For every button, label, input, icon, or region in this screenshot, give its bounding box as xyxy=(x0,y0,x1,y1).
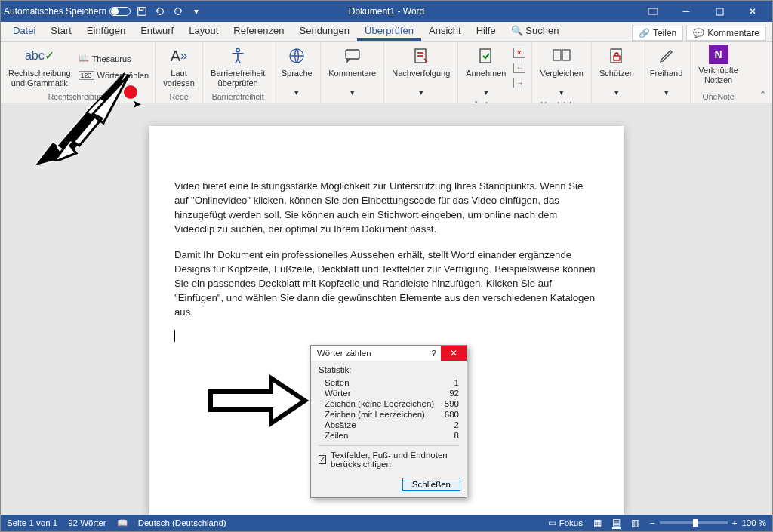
save-icon[interactable] xyxy=(135,5,149,18)
word-count-button[interactable]: 123Wörter zählen xyxy=(77,69,151,81)
svg-rect-6 xyxy=(346,50,359,59)
group-label: Rechtschreibung xyxy=(48,91,108,103)
tracking-icon xyxy=(409,45,433,67)
comment-icon xyxy=(340,45,365,67)
search-box[interactable]: 🔍 Suchen xyxy=(504,22,567,41)
language-button[interactable]: Sprache▾ xyxy=(278,43,316,99)
reject-button[interactable]: ✕ xyxy=(512,46,527,60)
status-bar: Seite 1 von 1 92 Wörter 📖 Deutsch (Deuts… xyxy=(1,515,772,531)
comments-dropdown-button[interactable]: Kommentare▾ xyxy=(325,43,379,99)
status-language[interactable]: Deutsch (Deutschland) xyxy=(138,518,226,527)
tab-datei[interactable]: Datei xyxy=(5,22,43,41)
svg-point-4 xyxy=(236,48,239,51)
undo-icon[interactable] xyxy=(153,5,167,18)
tab-sendungen[interactable]: Sendungen xyxy=(292,22,358,41)
document-title: Dokument1 - Word xyxy=(349,6,424,17)
group-label: OneNote xyxy=(703,91,735,103)
svg-rect-9 xyxy=(553,50,561,60)
close-icon[interactable]: ✕ xyxy=(736,1,769,22)
paragraph[interactable]: Damit Ihr Dokument ein professionelles A… xyxy=(174,248,599,320)
text-cursor xyxy=(174,330,599,342)
read-aloud-button[interactable]: A» Laut vorlesen xyxy=(160,43,198,91)
onenote-icon: N xyxy=(709,45,728,64)
compare-icon xyxy=(550,45,574,67)
count-icon: 123 xyxy=(79,71,94,80)
compare-button[interactable]: Vergleichen▾ xyxy=(537,43,587,99)
stat-row: Seiten1 xyxy=(319,377,459,388)
stat-row: Zeilen8 xyxy=(319,430,459,441)
prev-icon: ← xyxy=(513,63,525,73)
status-spellcheck-icon[interactable]: 📖 xyxy=(117,518,128,528)
dialog-title: Wörter zählen xyxy=(317,349,427,358)
tab-start[interactable]: Start xyxy=(43,22,79,41)
focus-mode-button[interactable]: ▭ Fokus xyxy=(548,518,583,528)
checkbox-checked-icon: ✓ xyxy=(319,455,326,464)
ink-button[interactable]: Freihand▾ xyxy=(647,43,685,99)
stat-row: Zeichen (mit Leerzeichen)680 xyxy=(319,409,459,420)
dialog-close-button[interactable]: Schließen xyxy=(402,478,460,491)
tab-einfuegen[interactable]: Einfügen xyxy=(79,22,133,41)
next-change-button[interactable]: → xyxy=(512,76,527,90)
previous-change-button[interactable]: ← xyxy=(512,61,527,75)
pen-icon xyxy=(654,45,679,67)
globe-icon xyxy=(285,45,309,67)
autosave-toggle[interactable]: Automatisches Speichern xyxy=(4,6,131,17)
stat-row: Zeichen (keine Leerzeichen)590 xyxy=(319,398,459,409)
collapse-ribbon-icon[interactable]: ⌃ xyxy=(759,90,766,100)
accessibility-button[interactable]: Barrierefreiheit überprüfen xyxy=(208,43,268,91)
annotation-small-cursor-icon: ➤ xyxy=(132,97,142,111)
spelling-grammar-button[interactable]: abc✓ Rechtschreibung und Grammatik xyxy=(5,43,74,91)
svg-rect-3 xyxy=(716,8,723,15)
accept-button[interactable]: Annehmen▾ xyxy=(463,43,509,99)
stat-row: Absätze2 xyxy=(319,420,459,430)
reject-icon: ✕ xyxy=(513,48,525,58)
minimize-icon[interactable]: ─ xyxy=(670,1,703,22)
zoom-slider[interactable]: − + 100 % xyxy=(650,518,766,527)
svg-rect-2 xyxy=(648,8,658,14)
view-print-icon[interactable]: ▤ xyxy=(612,517,621,529)
spelling-icon: abc✓ xyxy=(27,45,51,67)
view-web-icon[interactable]: ▥ xyxy=(631,518,639,528)
toggle-off-icon xyxy=(109,7,131,16)
tab-hilfe[interactable]: Hilfe xyxy=(469,22,504,41)
svg-rect-10 xyxy=(562,50,570,60)
linked-notes-button[interactable]: N Verknüpfte Notizen xyxy=(695,43,741,91)
accept-icon xyxy=(474,45,498,67)
tab-entwurf[interactable]: Entwurf xyxy=(133,22,181,41)
svg-rect-8 xyxy=(480,49,491,63)
ribbon-tabs: Datei Start Einfügen Entwurf Layout Refe… xyxy=(1,22,772,42)
status-page[interactable]: Seite 1 von 1 xyxy=(7,518,57,527)
paragraph[interactable]: Video bietet eine leistungsstarke Möglic… xyxy=(174,179,599,237)
qat-dropdown-icon[interactable]: ▾ xyxy=(189,5,203,18)
book-icon: 📖 xyxy=(79,54,89,63)
maximize-icon[interactable] xyxy=(703,1,736,22)
dialog-help-icon[interactable]: ? xyxy=(427,349,441,358)
thesaurus-button[interactable]: 📖Thesaurus xyxy=(77,52,151,65)
accessibility-icon xyxy=(226,45,250,67)
stat-row: Wörter92 xyxy=(319,388,459,398)
zoom-out-icon[interactable]: − xyxy=(650,518,655,527)
share-button[interactable]: 🔗 Teilen xyxy=(632,26,683,41)
zoom-in-icon[interactable]: + xyxy=(732,518,738,527)
tab-layout[interactable]: Layout xyxy=(181,22,226,41)
redo-icon[interactable] xyxy=(171,5,185,18)
group-label: Rede xyxy=(170,91,189,103)
tracking-button[interactable]: Nachverfolgung▾ xyxy=(389,43,453,99)
tab-referenzen[interactable]: Referenzen xyxy=(226,22,291,41)
tab-ansicht[interactable]: Ansicht xyxy=(421,22,469,41)
comments-button[interactable]: 💬 Kommentare xyxy=(686,26,766,41)
status-word-count[interactable]: 92 Wörter xyxy=(68,518,106,527)
tab-ueberpruefen[interactable]: Überprüfen xyxy=(357,22,421,41)
svg-rect-1 xyxy=(140,8,143,11)
ribbon-display-icon[interactable] xyxy=(636,1,670,22)
group-label: Barrierefreiheit xyxy=(212,91,264,103)
read-aloud-icon: A» xyxy=(167,45,191,67)
zoom-level[interactable]: 100 % xyxy=(741,518,766,527)
svg-rect-12 xyxy=(614,56,620,60)
include-textboxes-checkbox[interactable]: ✓ Textfelder, Fuß- und Endnoten berücksi… xyxy=(319,445,459,469)
view-read-icon[interactable]: ▦ xyxy=(593,518,602,528)
dialog-close-icon[interactable]: ✕ xyxy=(441,346,467,361)
protect-button[interactable]: Schützen▾ xyxy=(596,43,637,99)
stat-header: Statistik: xyxy=(319,365,459,374)
ribbon: abc✓ Rechtschreibung und Grammatik 📖Thes… xyxy=(1,42,772,103)
